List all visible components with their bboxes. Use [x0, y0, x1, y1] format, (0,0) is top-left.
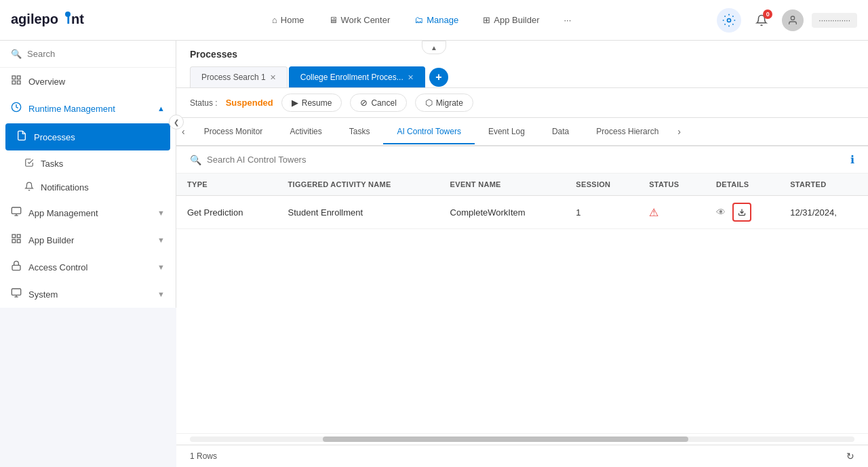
subnav-right-arrow[interactable]: › [672, 118, 686, 145]
nav-manage[interactable]: 🗂 Manage [405, 9, 468, 31]
tasks-icon [24, 158, 34, 169]
subnav-process-hierarchy-label: Process Hierarch [596, 127, 658, 136]
rows-count: 1 Rows [190, 451, 217, 461]
horizontal-scrollbar[interactable] [176, 433, 868, 445]
subnav-ai-control-label: AI Control Towers [397, 127, 460, 136]
more-icon: ··· [564, 15, 571, 25]
notifications-btn[interactable]: 0 [749, 8, 774, 33]
nav-home-label: Home [281, 15, 304, 25]
ai-search-input[interactable] [207, 155, 850, 165]
access-control-arrow: ▼ [157, 263, 165, 271]
col-event: EVENT NAME [439, 174, 566, 196]
nav-workcenter-label: Work Center [341, 15, 391, 25]
sidebar-item-access-control[interactable]: Access Control ▼ [0, 253, 176, 281]
nav-workcenter[interactable]: 🖥 Work Center [319, 9, 400, 31]
user-avatar[interactable] [782, 9, 804, 31]
subnav-activities-label: Activities [290, 127, 321, 136]
subnav-tab-data[interactable]: Data [538, 120, 583, 144]
sidebar-item-overview-label: Overview [28, 77, 65, 87]
sidebar-wrapper: 🔍 Overview Runtime Manag [0, 41, 176, 467]
resume-icon: ▶ [292, 98, 298, 108]
bell-icon [24, 182, 34, 193]
system-icon [11, 287, 22, 301]
info-icon[interactable]: ℹ [850, 153, 854, 166]
svg-rect-11 [12, 207, 20, 214]
close-tab1-btn[interactable]: ✕ [270, 73, 276, 82]
top-navigation: agilepo i nt ⌂ Home 🖥 Work Center 🗂 Mana… [0, 0, 868, 41]
app-management-arrow: ▼ [157, 209, 165, 217]
ai-search-icon: 🔍 [190, 155, 201, 165]
table-footer: 1 Rows ↻ [176, 445, 868, 467]
details-actions: 👁 [716, 203, 768, 222]
collapse-nav-btn[interactable]: ▲ [422, 41, 446, 54]
briefcase-icon: 🗂 [414, 15, 423, 25]
processes-header: Processes Process Search 1 ✕ College Enr… [176, 41, 868, 88]
refresh-btn[interactable]: ↻ [846, 451, 854, 462]
subnav-event-log-label: Event Log [488, 127, 525, 136]
nav-more[interactable]: ··· [554, 9, 580, 31]
subnav-tab-process-hierarchy[interactable]: Process Hierarch [583, 120, 672, 144]
subnav-tab-activities[interactable]: Activities [276, 120, 335, 144]
nav-home[interactable]: ⌂ Home [262, 9, 314, 31]
svg-point-5 [791, 16, 795, 20]
close-tab2-btn[interactable]: ✕ [408, 73, 414, 82]
overview-icon [11, 75, 22, 88]
cell-event: CompleteWorkItem [439, 196, 566, 229]
tab-process-search[interactable]: Process Search 1 ✕ [190, 66, 288, 87]
col-started: STARTED [779, 174, 868, 196]
sidebar-item-overview[interactable]: Overview [0, 68, 176, 95]
processes-icon [16, 130, 27, 144]
grid-icon: ⊞ [483, 15, 490, 25]
svg-rect-17 [12, 239, 16, 243]
tabs-bar: Process Search 1 ✕ College Enrollment Pr… [190, 66, 854, 87]
status-error-icon: ⚠ [649, 207, 658, 218]
logo: agilepo i nt [11, 7, 99, 33]
sidebar-item-processes-label: Processes [34, 132, 75, 142]
runtime-collapse-icon: ▲ [157, 104, 165, 113]
sub-navigation: ‹ Process Monitor Activities Tasks AI Co… [176, 118, 868, 146]
sidebar-item-app-builder[interactable]: App Builder ▼ [0, 226, 176, 253]
sidebar-search-bar[interactable]: 🔍 [0, 41, 176, 68]
nav-right: 0 ·············· [717, 8, 857, 33]
subnav-tab-tasks[interactable]: Tasks [336, 120, 384, 144]
processes-title: Processes [190, 49, 854, 60]
view-icon[interactable]: 👁 [716, 207, 726, 218]
sidebar-item-runtime[interactable]: Runtime Management ▲ [0, 95, 176, 122]
col-type: TYPE [176, 174, 277, 196]
col-session: SESSION [565, 174, 638, 196]
search-input[interactable] [27, 49, 165, 59]
subnav-tab-process-monitor[interactable]: Process Monitor [191, 120, 277, 144]
migrate-btn[interactable]: ⬡ Migrate [415, 94, 473, 112]
resume-btn[interactable]: ▶ Resume [281, 94, 342, 112]
svg-rect-8 [17, 81, 20, 84]
sidebar-item-tasks[interactable]: Tasks [0, 152, 176, 176]
scrollbar-thumb[interactable] [323, 436, 688, 442]
svg-rect-18 [12, 265, 20, 270]
svg-rect-14 [12, 235, 16, 238]
cancel-icon: ⊘ [360, 98, 368, 108]
subnav-tab-ai-control-towers[interactable]: AI Control Towers [383, 120, 474, 144]
main-content: Processes Process Search 1 ✕ College Enr… [176, 41, 868, 467]
system-arrow: ▼ [157, 290, 165, 298]
status-label: Status : [190, 98, 218, 108]
download-btn[interactable] [732, 203, 751, 222]
sidebar-item-system[interactable]: System ▼ [0, 281, 176, 308]
svg-point-3 [65, 12, 71, 17]
sidebar-item-notifications[interactable]: Notifications [0, 176, 176, 199]
sidebar-item-app-management[interactable]: App Management ▼ [0, 199, 176, 226]
subnav-tab-event-log[interactable]: Event Log [475, 120, 538, 144]
nav-appbuilder[interactable]: ⊞ App Builder [473, 9, 549, 31]
runtime-icon [11, 102, 22, 115]
tab-college-enrollment[interactable]: College Enrollment Proces... ✕ [289, 66, 425, 87]
table-header-row: TYPE TIGGERED ACTIVITY NAME EVENT NAME S… [176, 174, 868, 196]
sidebar-access-control-label: Access Control [28, 262, 87, 272]
sidebar-collapse-btn[interactable]: ❮ [169, 115, 184, 129]
cancel-btn[interactable]: ⊘ Cancel [350, 94, 406, 112]
settings-icon-btn[interactable] [717, 8, 741, 33]
sidebar-item-processes[interactable]: Processes [5, 123, 170, 150]
home-icon: ⌂ [272, 15, 277, 25]
add-tab-btn[interactable]: + [429, 68, 448, 87]
sidebar-item-notifications-label: Notifications [41, 182, 89, 192]
tab-process-search-label: Process Search 1 [201, 73, 266, 82]
nav-appbuilder-label: App Builder [494, 15, 539, 25]
